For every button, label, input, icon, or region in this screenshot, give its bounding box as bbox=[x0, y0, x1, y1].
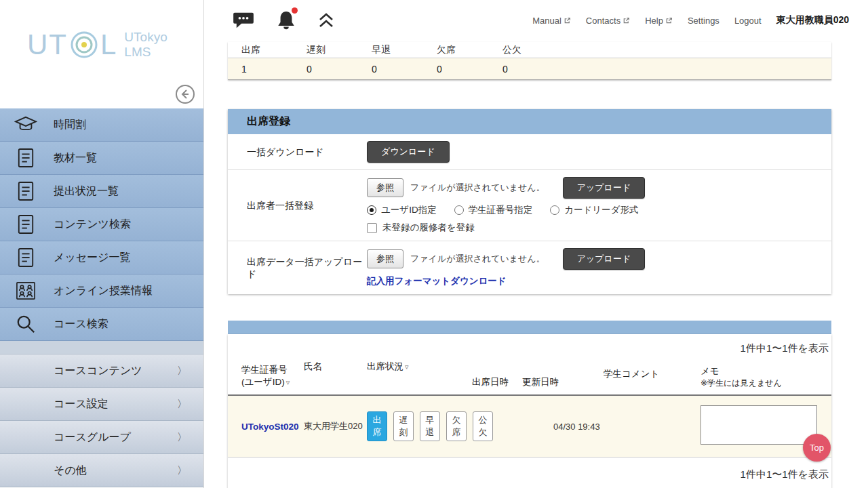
column-name: 氏名 bbox=[304, 361, 367, 373]
column-memo: メモ ※学生には見えません bbox=[701, 365, 831, 388]
sort-icon: ▿ bbox=[405, 363, 409, 371]
sidebar-item-label: コース設定 bbox=[54, 397, 108, 411]
utol-logo: UT L UTokyo LMS bbox=[0, 0, 203, 61]
settings-link[interactable]: Settings bbox=[688, 16, 719, 26]
sidebar: UT L UTokyo LMS bbox=[0, 0, 203, 488]
submissions-list-icon bbox=[14, 180, 37, 202]
summary-value-row: 1 0 0 0 0 bbox=[228, 58, 831, 80]
attendance-data-upload-label: 出席データ一括アップロード bbox=[228, 256, 367, 280]
attendance-registration-panel: 出席登録 一括ダウンロード ダウンロード 出席者一括登録 参照 ファイルが bbox=[228, 109, 831, 294]
chevron-right-icon: 〉 bbox=[177, 431, 187, 444]
summary-header-late: 遅刻 bbox=[307, 44, 372, 56]
sidebar-item-label: コース検索 bbox=[54, 317, 108, 331]
chevron-right-icon: 〉 bbox=[177, 464, 187, 477]
summary-header-excused: 公欠 bbox=[502, 44, 831, 56]
browse-file-button[interactable]: 参照 bbox=[367, 178, 403, 197]
column-student-id[interactable]: 学生証番号 (ユーザID)▿ bbox=[241, 364, 304, 388]
sort-icon: ▿ bbox=[286, 378, 290, 386]
summary-value-late: 0 bbox=[307, 64, 372, 75]
column-status[interactable]: 出席状況▿ bbox=[367, 361, 472, 373]
messages-list-icon bbox=[14, 247, 37, 268]
content-area: 出席 遅刻 早退 欠席 公欠 1 0 0 0 0 出席登録 一括ダ bbox=[204, 41, 868, 488]
attendee-bulk-register-label: 出席者一括登録 bbox=[228, 199, 367, 211]
sidebar-item-label: 提出状況一覧 bbox=[54, 184, 119, 199]
updated-at-value: 04/30 19:43 bbox=[522, 422, 604, 432]
student-name: 東大用学生020 bbox=[304, 420, 367, 432]
result-count-top: 1件中1〜1件を表示 bbox=[228, 334, 831, 361]
no-file-selected-text: ファイルが選択されていません。 bbox=[410, 253, 545, 265]
status-absent-button[interactable]: 欠席 bbox=[446, 411, 467, 441]
column-attended-at: 出席日時 bbox=[472, 376, 522, 388]
sidebar-item-label: オンライン授業情報 bbox=[54, 284, 153, 298]
chat-icon[interactable] bbox=[233, 12, 254, 29]
notifications-bell-icon[interactable] bbox=[276, 9, 296, 31]
memo-textarea[interactable] bbox=[701, 405, 817, 445]
radio-user-id[interactable]: ユーザID指定 bbox=[367, 204, 437, 216]
student-row: UTokyoSt020 東大用学生020 出席 遅刻 早退 欠席 公欠 04/3… bbox=[228, 396, 831, 458]
sidebar-item-course-contents[interactable]: コースコンテンツ 〉 bbox=[0, 354, 203, 388]
scroll-to-top-button[interactable]: Top bbox=[803, 434, 831, 462]
sidebar-item-course-settings[interactable]: コース設定 〉 bbox=[0, 388, 203, 421]
course-search-icon bbox=[14, 313, 37, 335]
no-file-selected-text: ファイルが選択されていません。 bbox=[410, 182, 545, 194]
sidebar-item-course-search[interactable]: コース検索 bbox=[0, 308, 203, 341]
table-header-row: 学生証番号 (ユーザID)▿ 氏名 出席状況▿ 出席日時 更新日時 学生コメント… bbox=[228, 361, 831, 396]
sidebar-collapse-button[interactable] bbox=[175, 84, 195, 104]
sidebar-item-label: その他 bbox=[54, 464, 87, 478]
radio-button-icon bbox=[550, 205, 559, 215]
summary-header-early-leave: 早退 bbox=[372, 44, 437, 56]
summary-header-absent: 欠席 bbox=[437, 44, 502, 56]
content-search-icon bbox=[14, 214, 37, 235]
summary-value-excused: 0 bbox=[502, 64, 831, 75]
upload-button[interactable]: アップロード bbox=[563, 248, 646, 270]
sidebar-menu: 時間割 教材一覧 提出状況一覧 bbox=[0, 108, 203, 487]
contacts-link[interactable]: Contacts bbox=[586, 16, 630, 26]
status-early-leave-button[interactable]: 早退 bbox=[420, 411, 440, 441]
sidebar-item-submissions[interactable]: 提出状況一覧 bbox=[0, 175, 203, 208]
logo-spiral-icon bbox=[69, 30, 99, 60]
help-link[interactable]: Help bbox=[645, 16, 673, 26]
student-id-link[interactable]: UTokyoSt020 bbox=[241, 422, 304, 432]
summary-header-present: 出席 bbox=[241, 44, 307, 56]
memo-note: ※学生には見えません bbox=[701, 378, 831, 388]
sidebar-item-timetable[interactable]: 時間割 bbox=[0, 108, 203, 142]
register-unenrolled-checkbox[interactable]: 未登録の履修者を登録 bbox=[367, 222, 475, 234]
column-updated-at: 更新日時 bbox=[522, 376, 604, 388]
sidebar-item-course-group[interactable]: コースグループ 〉 bbox=[0, 421, 203, 454]
status-present-button[interactable]: 出席 bbox=[367, 411, 387, 441]
column-student-comment: 学生コメント bbox=[604, 368, 701, 380]
upload-button[interactable]: アップロード bbox=[563, 177, 646, 199]
status-late-button[interactable]: 遅刻 bbox=[393, 411, 414, 441]
chevron-right-icon: 〉 bbox=[177, 365, 187, 378]
online-class-icon bbox=[14, 280, 37, 302]
sidebar-item-others[interactable]: その他 〉 bbox=[0, 454, 203, 487]
external-link-icon bbox=[564, 17, 571, 24]
logo-text-right: L bbox=[100, 28, 117, 61]
radio-button-icon bbox=[454, 205, 464, 215]
sidebar-item-messages[interactable]: メッセージ一覧 bbox=[0, 241, 203, 274]
collapse-header-icon[interactable] bbox=[318, 12, 334, 29]
external-link-icon bbox=[623, 17, 630, 24]
menu-divider bbox=[0, 341, 203, 354]
timetable-icon bbox=[14, 114, 37, 136]
table-header-strip bbox=[228, 321, 831, 334]
download-button[interactable]: ダウンロード bbox=[367, 141, 450, 163]
main-area: Manual Contacts Help S bbox=[203, 0, 868, 488]
format-download-link[interactable]: 記入用フォーマットダウンロード bbox=[367, 275, 507, 287]
sidebar-item-online-class[interactable]: オンライン授業情報 bbox=[0, 274, 203, 308]
radio-card-reader[interactable]: カードリーダ形式 bbox=[550, 204, 638, 216]
sidebar-item-label: メッセージ一覧 bbox=[54, 251, 131, 265]
sidebar-item-materials[interactable]: 教材一覧 bbox=[0, 142, 203, 175]
summary-value-present: 1 bbox=[241, 64, 307, 75]
external-link-icon bbox=[665, 17, 673, 24]
sidebar-item-label: コンテンツ検索 bbox=[54, 218, 131, 232]
sidebar-item-content-search[interactable]: コンテンツ検索 bbox=[0, 208, 203, 241]
status-excused-button[interactable]: 公欠 bbox=[473, 411, 493, 441]
browse-file-button[interactable]: 参照 bbox=[367, 249, 403, 268]
manual-link[interactable]: Manual bbox=[532, 16, 571, 26]
sidebar-item-label: コースグループ bbox=[54, 430, 131, 445]
current-user-name[interactable]: 東大用教職員020 bbox=[776, 14, 849, 26]
attendance-data-upload-row: 出席データ一括アップロード 参照 ファイルが選択されていません。 アップロード … bbox=[228, 241, 831, 294]
logout-link[interactable]: Logout bbox=[734, 16, 762, 26]
radio-student-card-number[interactable]: 学生証番号指定 bbox=[454, 204, 533, 216]
